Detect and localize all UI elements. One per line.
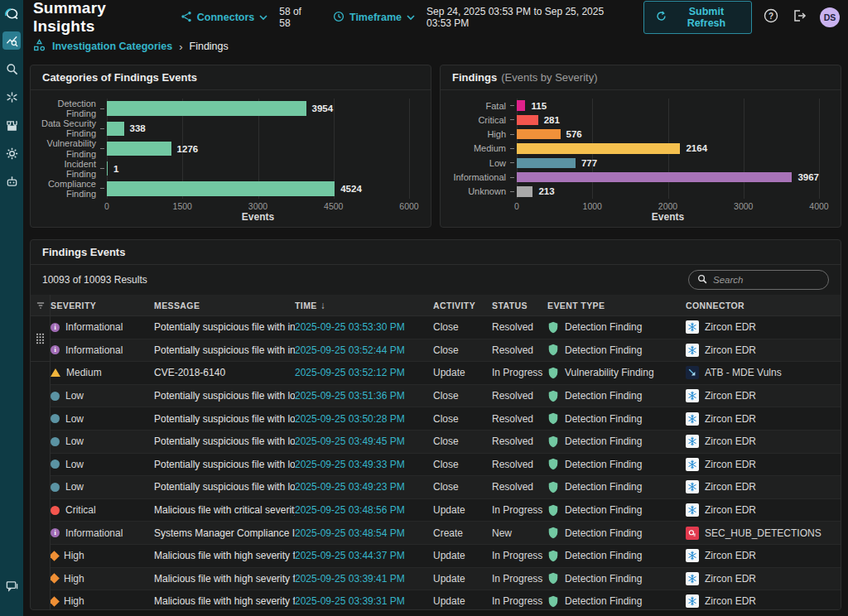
connector-zircon-icon [686, 344, 699, 357]
sidebar-item-feedback-chat[interactable] [2, 576, 21, 594]
search-input[interactable] [713, 275, 820, 285]
table-row[interactable]: LowPotentially suspicious file with low … [51, 476, 841, 499]
filter-icon[interactable] [31, 295, 50, 316]
chart-bar-value: 3954 [312, 103, 334, 113]
content: Categories of Findings Events Detection … [23, 58, 848, 610]
time-link[interactable]: 2025-09-25 03:49:33 PM [295, 459, 405, 470]
chart-bar-value: 281 [544, 115, 560, 125]
chart-bar-value: 3967 [797, 172, 819, 182]
sort-descending-icon[interactable]: ↓ [320, 300, 325, 311]
severity-cell: Low [51, 413, 154, 425]
table-row[interactable]: HighMalicious file with high severity fo… [51, 545, 841, 568]
logout-icon[interactable] [792, 9, 807, 26]
severity-cell: High [51, 573, 154, 585]
table-row[interactable]: MediumCVE-2018-61402025-09-25 03:52:12 P… [51, 362, 841, 385]
sidebar-item-assistant[interactable] [2, 172, 21, 190]
column-header-message[interactable]: MESSAGE [154, 301, 295, 310]
table-search[interactable] [688, 270, 829, 290]
time-cell: 2025-09-25 03:48:56 PM [295, 504, 433, 516]
activity-cell: Close [433, 390, 492, 402]
chart-bar[interactable] [517, 158, 576, 168]
chart-bar[interactable] [517, 186, 532, 196]
table-row[interactable]: CriticalMalicious file with critical sev… [51, 499, 841, 522]
chart-bar[interactable] [107, 161, 108, 176]
severity-low-icon [51, 392, 60, 401]
time-link[interactable]: 2025-09-25 03:53:30 PM [295, 321, 405, 333]
severity-low-icon [51, 414, 60, 423]
event-type-cell: Detection Finding [547, 458, 686, 470]
sidebar-item-settings[interactable] [2, 144, 21, 162]
time-cell: 2025-09-25 03:49:33 PM [295, 459, 433, 470]
time-link[interactable]: 2025-09-25 03:48:54 PM [295, 527, 405, 539]
findings-panel-title: Findings Events [31, 240, 841, 265]
column-header-status[interactable]: STATUS [492, 301, 547, 310]
severity-high-icon [51, 596, 60, 607]
table-row[interactable]: LowPotentially suspicious file with low … [51, 407, 841, 431]
chart-bar[interactable] [517, 115, 538, 125]
time-cell: 2025-09-25 03:49:23 PM [295, 481, 433, 493]
time-link[interactable]: 2025-09-25 03:52:12 PM [295, 367, 405, 378]
column-header-activity[interactable]: ACTIVITY [433, 301, 492, 310]
connector-zircon-icon [686, 389, 699, 402]
severity-info-icon: i [51, 528, 60, 537]
table-row[interactable]: HighMalicious file with high severity fo… [51, 590, 841, 609]
chart-bar[interactable] [107, 142, 171, 156]
table-row[interactable]: LowPotentially suspicious file with low … [51, 431, 841, 454]
chart-bar[interactable] [517, 172, 792, 182]
chevron-down-icon [259, 12, 267, 23]
breadcrumb-parent[interactable]: Investigation Categories [52, 41, 172, 52]
time-link[interactable]: 2025-09-25 03:39:41 PM [295, 573, 405, 585]
message-cell: Potentially suspicious file with informa… [154, 321, 295, 333]
time-link[interactable]: 2025-09-25 03:39:31 PM [295, 595, 405, 607]
table-header-row: SEVERITYMESSAGETIME↓ACTIVITYSTATUSEVENT … [51, 295, 841, 316]
column-header-time[interactable]: TIME↓ [295, 300, 433, 311]
sidebar-item-connections[interactable] [2, 88, 21, 106]
top-bar: Summary Insights Connectors 58 of 58 Tim… [23, 0, 848, 35]
connectors-dropdown[interactable]: Connectors [181, 11, 267, 25]
drag-handle-icon[interactable] [31, 316, 50, 362]
help-icon[interactable]: ? [764, 8, 778, 26]
table-row[interactable]: iInformationalSystems Manager Compliance… [51, 522, 841, 545]
time-link[interactable]: 2025-09-25 03:51:36 PM [295, 390, 405, 402]
time-link[interactable]: 2025-09-25 03:50:28 PM [295, 413, 405, 425]
x-axis-label: Events [107, 211, 409, 224]
table-row[interactable]: iInformationalPotentially suspicious fil… [51, 316, 841, 339]
submit-refresh-label: Submit Refresh [673, 6, 740, 29]
severity-label: Low [65, 436, 84, 447]
time-link[interactable]: 2025-09-25 03:49:23 PM [295, 481, 405, 493]
time-link[interactable]: 2025-09-25 03:52:44 PM [295, 344, 405, 356]
event-type-label: Detection Finding [565, 504, 642, 516]
table-row[interactable]: LowPotentially suspicious file with low … [51, 385, 841, 408]
x-tick-label: 3000 [734, 201, 753, 211]
column-header-severity[interactable]: SEVERITY [51, 301, 154, 310]
chart-bar[interactable] [517, 143, 680, 153]
chart-bar[interactable] [517, 100, 525, 110]
time-link[interactable]: 2025-09-25 03:44:37 PM [295, 550, 405, 561]
connector-cell: Zircon EDR [686, 458, 841, 471]
avatar[interactable]: DS [820, 7, 840, 27]
column-header-event-type[interactable]: EVENT TYPE [547, 301, 686, 310]
sidebar-item-insights[interactable] [2, 31, 21, 50]
timeframe-dropdown[interactable]: Timeframe [333, 11, 415, 25]
sidebar-item-search[interactable] [2, 60, 21, 78]
table-row[interactable]: LowPotentially suspicious file with low … [51, 454, 841, 477]
chart-bar[interactable] [517, 129, 561, 139]
time-link[interactable]: 2025-09-25 03:49:45 PM [295, 436, 405, 447]
chart-bar-value: 1276 [177, 144, 199, 154]
sidebar-item-plugins[interactable] [2, 116, 21, 134]
chart-bar[interactable] [107, 101, 306, 115]
severity-cell: iInformational [51, 321, 154, 333]
table-row[interactable]: HighMalicious file with high severity fo… [51, 568, 841, 591]
activity-cell: Close [433, 481, 492, 493]
event-type-label: Detection Finding [565, 321, 642, 333]
chart-title-text: Categories of Findings Events [42, 71, 197, 84]
table-row[interactable]: iInformationalPotentially suspicious fil… [51, 339, 841, 363]
time-link[interactable]: 2025-09-25 03:48:56 PM [295, 504, 405, 516]
event-type-label: Detection Finding [565, 344, 642, 356]
submit-refresh-button[interactable]: Submit Refresh [643, 1, 752, 34]
chart-bar-row: 777 [517, 156, 819, 170]
chart-bar[interactable] [107, 181, 335, 195]
shield-icon [547, 481, 559, 493]
column-header-connector[interactable]: CONNECTOR [686, 301, 841, 310]
chart-bar[interactable] [107, 122, 124, 136]
